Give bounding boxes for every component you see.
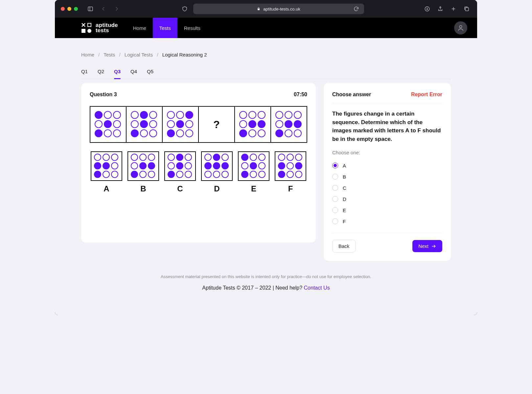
dot-filled xyxy=(94,171,101,178)
dot-empty xyxy=(285,129,292,137)
dot-empty xyxy=(113,129,121,137)
tabs-icon[interactable] xyxy=(462,4,471,13)
svg-point-10 xyxy=(87,29,91,33)
option-label: C xyxy=(177,184,183,193)
svg-rect-8 xyxy=(88,23,91,27)
option-label: F xyxy=(288,184,293,193)
radio-label: B xyxy=(343,174,346,180)
radio-row-C[interactable]: C xyxy=(332,182,442,193)
shield-icon[interactable] xyxy=(180,4,189,13)
dot-filled xyxy=(168,171,175,178)
tab-q5[interactable]: Q5 xyxy=(147,66,153,79)
dot-filled xyxy=(148,162,155,169)
option-cell xyxy=(91,151,122,181)
tab-q3[interactable]: Q3 xyxy=(114,66,121,79)
radio-row-B[interactable]: B xyxy=(332,171,442,182)
traffic-lights xyxy=(61,7,78,11)
window-max-button[interactable] xyxy=(74,7,78,11)
new-tab-icon[interactable] xyxy=(449,4,458,13)
dot-filled xyxy=(250,162,257,169)
dot-filled xyxy=(104,120,112,128)
nav-item-tests[interactable]: Tests xyxy=(153,18,177,38)
dot-filled xyxy=(258,120,266,128)
avatar[interactable] xyxy=(454,21,467,34)
radio-row-D[interactable]: D xyxy=(332,193,442,205)
answer-heading: Choose answer xyxy=(332,92,371,98)
page-body: Home / Tests / Logical Tests / Logical R… xyxy=(55,38,477,315)
dot-filled xyxy=(176,162,183,169)
refresh-icon[interactable] xyxy=(352,4,361,13)
option-F[interactable]: F xyxy=(275,151,306,193)
radio-A[interactable] xyxy=(332,163,338,168)
tab-q2[interactable]: Q2 xyxy=(98,66,104,79)
breadcrumb-category[interactable]: Logical Tests xyxy=(125,52,153,57)
option-C[interactable]: C xyxy=(164,151,196,193)
share-icon[interactable] xyxy=(436,4,445,13)
sidebar-toggle-icon[interactable] xyxy=(86,4,95,13)
radio-F[interactable] xyxy=(332,218,338,224)
footer-contact-link[interactable]: Contact Us xyxy=(304,285,330,291)
dot-empty xyxy=(221,171,229,178)
sequence-cell xyxy=(90,107,126,142)
user-icon xyxy=(457,24,464,32)
dot-filled xyxy=(139,162,147,169)
radio-row-E[interactable]: E xyxy=(332,205,442,216)
option-E[interactable]: E xyxy=(238,151,269,193)
dot-empty xyxy=(149,120,157,128)
window-min-button[interactable] xyxy=(67,7,71,11)
radio-row-F[interactable]: F xyxy=(332,216,442,227)
arrow-right-icon xyxy=(431,244,436,249)
dot-empty xyxy=(185,129,193,137)
dot-empty xyxy=(111,171,118,178)
next-button[interactable]: Next xyxy=(412,240,442,252)
radio-C[interactable] xyxy=(332,185,338,191)
download-icon[interactable] xyxy=(423,4,432,13)
radio-label: A xyxy=(343,163,346,168)
radio-label: C xyxy=(343,185,346,191)
report-error-link[interactable]: Report Error xyxy=(411,92,442,98)
option-row: ABCDEF xyxy=(90,151,307,193)
dot-empty xyxy=(250,154,257,161)
nav-item-home[interactable]: Home xyxy=(127,18,153,38)
dot-filled xyxy=(94,162,101,169)
radio-row-A[interactable]: A xyxy=(332,160,442,171)
radio-D[interactable] xyxy=(332,196,338,202)
dot-empty xyxy=(94,154,101,161)
option-D[interactable]: D xyxy=(201,151,233,193)
back-button[interactable]: Back xyxy=(332,240,356,252)
option-B[interactable]: B xyxy=(127,151,159,193)
nav-back-icon[interactable] xyxy=(99,4,108,13)
dot-empty xyxy=(185,171,192,178)
address-bar[interactable]: aptitude-tests.co.uk xyxy=(193,4,364,14)
breadcrumb-tests[interactable]: Tests xyxy=(104,52,115,57)
sequence-cell xyxy=(126,107,162,142)
dot-empty xyxy=(275,120,283,128)
window-close-button[interactable] xyxy=(61,7,65,11)
dot-empty xyxy=(168,154,175,161)
dot-empty xyxy=(113,120,121,128)
nav-forward-icon[interactable] xyxy=(112,4,121,13)
dot-empty xyxy=(148,154,155,161)
page-footer: Assessment material presented on this we… xyxy=(81,261,451,301)
radio-B[interactable] xyxy=(332,174,338,180)
option-A[interactable]: A xyxy=(91,151,122,193)
breadcrumb-home[interactable]: Home xyxy=(81,52,94,57)
tab-q1[interactable]: Q1 xyxy=(81,66,88,79)
option-cell xyxy=(238,151,269,181)
dot-empty xyxy=(111,154,118,161)
dot-empty xyxy=(287,171,294,178)
logo-mark xyxy=(81,23,92,33)
dot-filled xyxy=(294,120,302,128)
radio-E[interactable] xyxy=(332,207,338,213)
site-logo[interactable]: aptitude tests xyxy=(81,23,118,33)
dot-filled xyxy=(176,120,184,128)
svg-rect-9 xyxy=(81,29,85,33)
nav-item-results[interactable]: Results xyxy=(177,18,207,38)
dot-filled xyxy=(239,129,247,137)
dot-filled xyxy=(95,129,103,137)
dot-empty xyxy=(278,154,285,161)
dot-empty xyxy=(294,129,302,137)
tab-q4[interactable]: Q4 xyxy=(130,66,137,79)
dot-filled xyxy=(140,120,148,128)
address-url: aptitude-tests.co.uk xyxy=(263,7,300,11)
